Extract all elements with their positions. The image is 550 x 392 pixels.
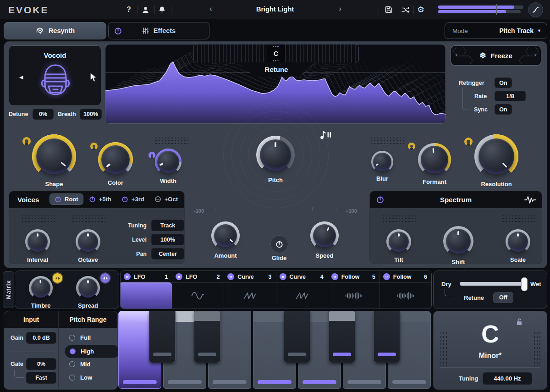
interval-knob[interactable]: Interval — [25, 229, 50, 254]
speed-knob-label: Speed — [315, 252, 333, 259]
strip-tick — [336, 207, 336, 210]
vocoid-selector-card[interactable]: Vocoid ◀ — [9, 45, 101, 106]
preset-next-icon[interactable]: › — [336, 4, 345, 14]
preset-prev-icon[interactable]: ‹ — [206, 4, 215, 14]
voices-tab-5th[interactable]: +5th — [84, 194, 116, 204]
key-bottom-bar — [378, 353, 396, 356]
mod-slot-follow-5[interactable]: Follow5 — [328, 271, 380, 309]
freeze-button[interactable]: ‹ ❄ Freeze › — [451, 45, 541, 66]
breath-value[interactable]: 100% — [80, 109, 102, 120]
shape-knob[interactable]: Shape — [32, 134, 76, 178]
spread-mod-badge-icon[interactable] — [100, 273, 110, 283]
speed-knob[interactable]: Speed — [310, 221, 339, 250]
glide-label: Glide — [269, 254, 289, 261]
detune-label: Detune — [9, 111, 28, 117]
mod-slot-header: Curve4 — [276, 271, 328, 283]
pitch-range-option-low[interactable]: Low — [65, 371, 119, 384]
current-key-note[interactable]: C — [434, 321, 547, 346]
retune-toggle-value[interactable]: Off — [493, 292, 513, 303]
detune-value[interactable]: 0% — [33, 109, 54, 120]
tilt-knob[interactable]: Tilt — [386, 229, 411, 254]
black-key-cs[interactable] — [149, 311, 176, 363]
voices-field-value[interactable]: Center — [151, 248, 184, 259]
black-key-fs[interactable] — [284, 311, 310, 363]
voices-field-value[interactable]: 100% — [151, 234, 184, 245]
octave-drag-dots[interactable] — [72, 215, 105, 222]
save-icon[interactable] — [383, 4, 394, 15]
tuning-value[interactable]: 440.00 Hz — [483, 372, 532, 385]
octave-knob[interactable]: Octave — [76, 229, 100, 254]
voices-tab-oct[interactable]: +Oct — [150, 194, 182, 204]
dry-wet-slider[interactable] — [460, 282, 527, 286]
blur-knob[interactable]: Blur — [371, 151, 393, 173]
resynth-main-panel: Vocoid ◀ Detune 0% Breath 100% — [4, 41, 547, 268]
tab-resynth[interactable]: Resynth — [4, 22, 106, 39]
voices-tab-3rd[interactable]: +3rd — [117, 194, 149, 204]
preset-name[interactable]: Bright Light — [238, 6, 312, 13]
mod-slot-lfo-2[interactable]: LFO2 — [172, 271, 224, 309]
gate-value[interactable]: 0% — [26, 358, 56, 370]
sync-value[interactable]: On — [495, 104, 512, 115]
pitch-knob-label: Pitch — [268, 177, 283, 183]
width-knob[interactable]: Width — [155, 149, 182, 175]
timbre-knob[interactable]: Timbre — [29, 276, 53, 300]
tab-effects[interactable]: Effects — [108, 22, 209, 39]
matrix-tab[interactable]: Matrix — [3, 271, 14, 308]
mod-slot-curve-3[interactable]: Curve3 — [224, 271, 276, 309]
current-scale[interactable]: Minor* — [434, 352, 547, 360]
color-knob[interactable]: Color — [98, 142, 133, 177]
dry-wet-box: Dry Wet Retune Off — [433, 271, 547, 309]
voices-field-value[interactable]: Track — [151, 220, 184, 231]
black-key-gs[interactable] — [329, 311, 355, 363]
voices-panel: Voices Root+5th+3rd+Oct Interval Octave … — [9, 191, 185, 264]
mod-slot-badge-icon — [227, 273, 234, 280]
gate-speed-value[interactable]: Fast — [26, 372, 56, 384]
amount-knob[interactable]: Amount — [211, 221, 240, 250]
width-drag-dots[interactable] — [154, 137, 188, 144]
pitch-knob[interactable]: Pitch — [256, 136, 295, 174]
scale-drag-dots[interactable] — [501, 215, 535, 222]
mod-slot-number: 3 — [269, 274, 272, 280]
effects-power-icon[interactable] — [114, 27, 122, 35]
black-key-as[interactable] — [374, 311, 400, 363]
tilt-drag-dots[interactable] — [382, 215, 416, 222]
gain-value[interactable]: 0.0 dB — [26, 332, 56, 344]
voices-field-label: Tuning — [118, 222, 147, 229]
retune-note-strip[interactable]: C — [193, 44, 359, 63]
mod-slot-curve-4[interactable]: Curve4 — [276, 271, 328, 309]
account-icon[interactable] — [140, 4, 151, 15]
spread-knob[interactable]: Spread — [76, 276, 100, 300]
pitch-range-option-mid[interactable]: Mid — [65, 358, 119, 370]
timbre-mod-badge-icon[interactable] — [53, 273, 62, 283]
freeze-next-icon[interactable]: › — [534, 50, 536, 58]
color-mod-indicator-icon — [90, 143, 98, 150]
scale-knob[interactable]: Scale — [506, 229, 530, 254]
dry-wet-handle[interactable] — [521, 277, 528, 291]
retrigger-value[interactable]: On — [495, 77, 512, 88]
interval-drag-dots[interactable] — [21, 215, 55, 222]
mod-slot-follow-6[interactable]: Follow6 — [380, 271, 431, 309]
resolution-knob-label: Resolution — [481, 181, 512, 188]
mod-slot-lfo-1[interactable]: LFO1 — [121, 271, 172, 309]
curve-tool-button[interactable] — [528, 2, 543, 17]
help-icon[interactable]: ? — [123, 4, 134, 15]
formant-knob[interactable]: Formant — [418, 143, 451, 176]
retune-title: Retune — [265, 66, 288, 73]
pitch-range-option-full[interactable]: Full — [65, 331, 119, 344]
mode-selector[interactable]: Mode Pitch Track ▼ — [445, 22, 547, 39]
resolution-knob[interactable]: Resolution — [474, 134, 518, 178]
shift-knob[interactable]: Shift — [443, 226, 473, 256]
settings-gear-icon[interactable]: ⚙ — [415, 4, 426, 15]
pitch-range-option-high[interactable]: High — [65, 345, 120, 358]
freeze-prev-icon[interactable]: ‹ — [456, 50, 458, 58]
notifications-bell-icon[interactable] — [156, 4, 167, 15]
vocoid-prev-icon[interactable]: ◀ — [19, 74, 23, 80]
black-key-ds[interactable] — [194, 311, 220, 363]
voices-tab-root[interactable]: Root — [50, 193, 83, 205]
randomize-shuffle-icon[interactable] — [400, 4, 411, 15]
key-top-indicator — [329, 311, 355, 321]
tab-resynth-label: Resynth — [49, 27, 75, 34]
rate-value[interactable]: 1/8 — [495, 91, 526, 101]
glide-power-button[interactable] — [270, 235, 288, 253]
blur-drag-dots[interactable] — [370, 137, 404, 144]
